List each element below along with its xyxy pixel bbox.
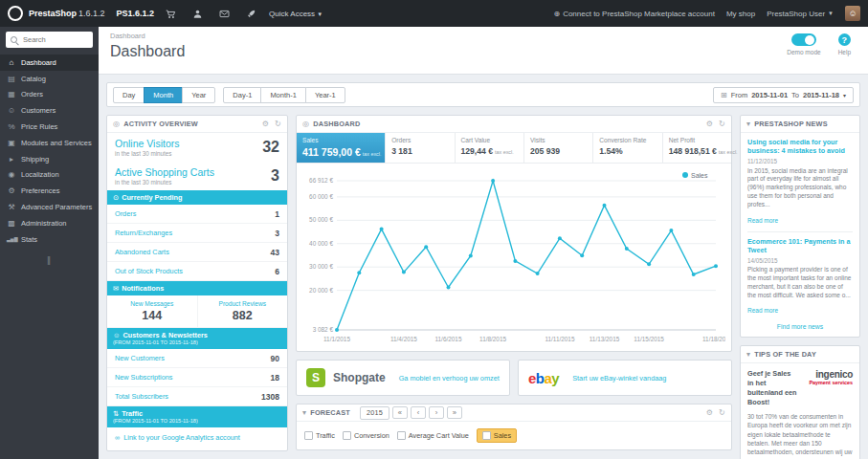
refresh-icon[interactable]: ↻ xyxy=(719,120,725,128)
cart-icon[interactable] xyxy=(160,0,181,27)
my-shop-link[interactable]: My shop xyxy=(726,10,755,18)
activity-overview-panel: ◎ ACTIVITY OVERVIEW ⚙ ↻ Online Visitors … xyxy=(106,115,288,451)
kpi-sales[interactable]: Sales 411 759,00 €tax excl. xyxy=(297,133,386,163)
filter-year-1-button[interactable]: Year-1 xyxy=(305,87,345,103)
filter-day-1-button[interactable]: Day-1 xyxy=(223,87,261,103)
kpi-visits[interactable]: Visits 205 939 xyxy=(524,133,593,163)
news-article-title[interactable]: Ecommerce 101: Payments in a Tweet xyxy=(747,237,853,255)
sidebar-item-label: Orders xyxy=(21,90,43,98)
pending-orders-link[interactable]: Orders xyxy=(115,209,136,218)
center-column: ◎ DASHBOARD ⚙ ↻ Sales 411 759,00 €tax ex… xyxy=(296,115,732,458)
kpi-net-profit[interactable]: Net Profit 148 918,51 €tax excl. xyxy=(663,133,731,163)
sidebar-item-preferences[interactable]: ⚙ Preferences xyxy=(0,183,99,199)
active-carts-link[interactable]: Active Shopping Carts xyxy=(115,166,214,178)
shopgate-link[interactable]: Ga mobiel en verhoog uw omzet xyxy=(399,374,500,382)
filter-year-button[interactable]: Year xyxy=(182,87,215,103)
gear-icon[interactable]: ⚙ xyxy=(706,408,713,417)
new-subscriptions-link[interactable]: New Subscriptions xyxy=(115,373,172,382)
messages-icon[interactable] xyxy=(213,0,234,27)
sidebar-item-orders[interactable]: ▦ Orders xyxy=(0,87,99,103)
new-subscriptions-row: New Subscriptions 18 xyxy=(107,368,287,387)
new-messages-link[interactable]: New Messages xyxy=(109,300,195,307)
sidebar-item-shipping[interactable]: ▸ Shipping xyxy=(0,151,99,167)
filter-day-button[interactable]: Day xyxy=(113,87,145,103)
sidebar-item-catalog[interactable]: ▤ Catalog xyxy=(0,71,99,87)
marketplace-link[interactable]: ⊕ Connect to PrestaShop Marketplace acco… xyxy=(553,10,714,18)
chevron-down-icon: ▼ xyxy=(317,11,323,17)
online-visitors-row: Online Visitors in the last 30 minutes 3… xyxy=(107,133,287,162)
sidebar-item-localization[interactable]: ◉ Localization xyxy=(0,167,99,184)
forecast-year-select[interactable]: 2015 xyxy=(360,406,389,420)
quick-access-label: Quick Access xyxy=(269,10,315,18)
date-from-label: From xyxy=(731,91,748,99)
sidebar-item-administration[interactable]: ▩ Administration xyxy=(0,215,99,231)
rocket-icon[interactable] xyxy=(240,0,261,27)
prev-page-icon[interactable]: ‹ xyxy=(411,406,426,419)
abandoned-carts-link[interactable]: Abandoned Carts xyxy=(115,248,169,256)
ebay-link[interactable]: Start uw eBay-winkel vandaag xyxy=(572,374,666,382)
kpi-row: Sales 411 759,00 €tax excl. Orders 3 181… xyxy=(297,133,731,164)
find-more-news-link[interactable]: Find more news xyxy=(741,319,859,337)
customer-icon[interactable] xyxy=(187,0,208,27)
filter-month-1-button[interactable]: Month-1 xyxy=(260,87,306,103)
divider xyxy=(747,231,853,232)
user-menu[interactable]: PrestaShop User ▼ xyxy=(767,10,834,18)
read-more-link[interactable]: Read more xyxy=(747,307,778,314)
next-page-icon[interactable]: › xyxy=(429,406,444,419)
new-customers-link[interactable]: New Customers xyxy=(115,354,165,362)
checkbox-icon[interactable] xyxy=(482,431,491,440)
checkbox-icon[interactable] xyxy=(397,431,406,440)
checkbox-icon[interactable] xyxy=(304,431,313,440)
active-carts-row: Active Shopping Carts in the last 30 min… xyxy=(107,162,287,190)
chevron-down-icon: ▾ xyxy=(746,350,750,359)
kpi-conversion-rate[interactable]: Conversion Rate 1.54% xyxy=(593,133,662,163)
sidebar-item-label: Stats xyxy=(21,235,37,244)
tips-panel-title: TIPS OF THE DAY xyxy=(754,350,816,359)
out-of-stock-link[interactable]: Out of Stock Products xyxy=(115,267,183,275)
notifications-title: Notifications xyxy=(122,284,164,293)
news-panel-title: PRESTASHOP NEWS xyxy=(754,120,828,128)
read-more-link[interactable]: Read more xyxy=(747,217,778,224)
breadcrumb[interactable]: Dashboard xyxy=(110,32,857,40)
ingenico-logo: ingenico Payment services xyxy=(803,369,853,385)
first-page-icon[interactable]: « xyxy=(392,406,408,419)
demo-mode-toggle[interactable] xyxy=(791,33,816,46)
checkbox-icon[interactable] xyxy=(343,431,351,440)
sidebar-item-price-rules[interactable]: % Price Rules xyxy=(0,119,99,135)
search-input[interactable] xyxy=(21,34,88,45)
brand: PrestaShop1.6.1.2 xyxy=(29,9,105,18)
product-reviews-link[interactable]: Product Reviews xyxy=(200,300,286,307)
kpi-orders[interactable]: Orders 3 181 xyxy=(386,133,455,163)
sidebar-item-modules[interactable]: ▣ Modules and Services xyxy=(0,135,99,151)
demo-mode-label: Demo mode xyxy=(787,49,820,55)
total-subscribers-link[interactable]: Total Subscribers xyxy=(115,392,168,401)
legend-conversion[interactable]: Conversion xyxy=(343,431,389,440)
topbar-right: ⊕ Connect to PrestaShop Marketplace acco… xyxy=(553,6,868,21)
online-visitors-link[interactable]: Online Visitors xyxy=(115,138,180,149)
news-article-title[interactable]: Using social media for your business: 4 … xyxy=(747,138,853,156)
legend-traffic[interactable]: Traffic xyxy=(304,431,335,440)
gear-icon[interactable]: ⚙ xyxy=(262,120,269,128)
gear-icon[interactable]: ⚙ xyxy=(706,120,713,128)
kpi-cart-value[interactable]: Cart Value 129,44 €tax excl. xyxy=(456,133,524,163)
date-range-picker[interactable]: ⊞ From 2015-11-01 To 2015-11-18 ▾ xyxy=(713,87,854,103)
user-avatar[interactable]: ☺ xyxy=(845,6,860,21)
quick-access-menu[interactable]: Quick Access ▼ xyxy=(269,10,323,18)
refresh-icon[interactable]: ↻ xyxy=(275,120,281,128)
sidebar-item-customers[interactable]: ☺ Customers xyxy=(0,102,99,119)
sidebar-collapse-icon[interactable]: ∥ xyxy=(0,255,99,265)
sidebar-item-dashboard[interactable]: ⌂ Dashboard xyxy=(0,55,99,71)
administration-icon: ▩ xyxy=(7,219,16,228)
help-icon[interactable]: ? xyxy=(838,33,851,46)
refresh-icon[interactable]: ↻ xyxy=(719,408,725,417)
pending-returns-link[interactable]: Return/Exchanges xyxy=(115,229,172,237)
google-analytics-link[interactable]: ∞ Link to your Google Analytics account xyxy=(107,427,287,448)
sidebar-item-advanced-parameters[interactable]: ⚒ Advanced Parameters xyxy=(0,199,99,215)
kpi-value: 148 918,51 € xyxy=(669,146,717,156)
last-page-icon[interactable]: » xyxy=(447,406,462,419)
legend-average-cart-value[interactable]: Average Cart Value xyxy=(397,431,469,440)
legend-sales[interactable]: Sales xyxy=(477,428,517,443)
sidebar-item-stats[interactable]: ▃▅▇ Stats xyxy=(0,231,99,248)
filter-month-button[interactable]: Month xyxy=(144,87,183,103)
news-article-date: 14/05/2015 xyxy=(747,257,853,264)
